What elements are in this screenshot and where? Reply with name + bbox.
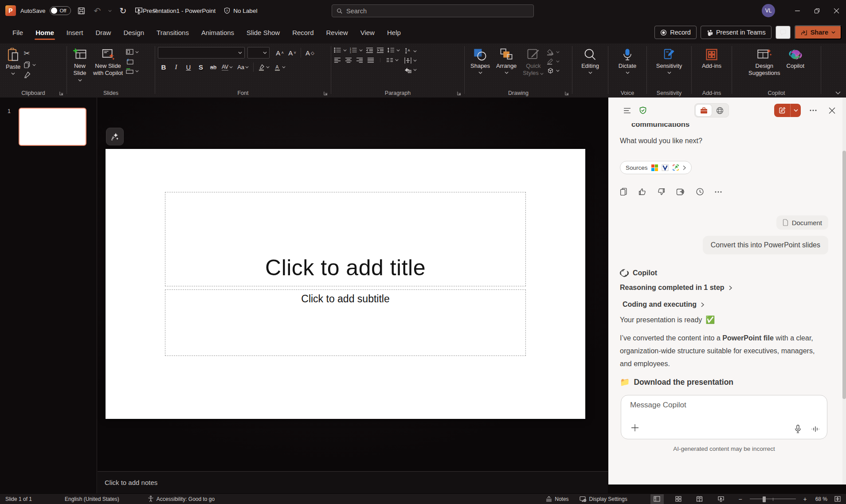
strikethrough-button[interactable]: ab [208, 62, 219, 73]
zoom-slider[interactable] [750, 494, 796, 504]
tab-view[interactable]: View [354, 25, 381, 40]
clipboard-dialog-launcher-icon[interactable] [59, 91, 64, 96]
minimize-button[interactable] [787, 0, 807, 21]
notes-pane[interactable]: Click to add notes [98, 471, 608, 493]
slideshow-view-button[interactable] [714, 494, 728, 504]
editing-button[interactable]: Editing [578, 45, 602, 74]
microphone-icon[interactable] [795, 425, 801, 434]
search-input[interactable] [346, 8, 529, 15]
coding-step-row[interactable]: Coding and executing [623, 301, 828, 309]
notes-toggle[interactable]: Notes [540, 494, 574, 504]
tab-animations[interactable]: Animations [195, 25, 240, 40]
tab-draw[interactable]: Draw [89, 25, 117, 40]
add-attachment-button[interactable] [629, 422, 641, 434]
share-button[interactable]: Share [795, 25, 842, 39]
record-button[interactable]: Record [654, 26, 697, 39]
undo-dropdown-icon[interactable] [107, 5, 113, 16]
decrease-indent-button[interactable] [366, 47, 373, 53]
font-size-combobox[interactable] [247, 47, 270, 59]
undo-icon[interactable]: ↶ [91, 5, 103, 16]
shape-effects-button[interactable] [547, 67, 560, 74]
panel-close-icon[interactable] [826, 104, 838, 117]
copy-response-icon[interactable] [620, 188, 627, 196]
tab-insert[interactable]: Insert [60, 25, 90, 40]
document-attachment-chip[interactable]: Document [776, 215, 828, 230]
avatar[interactable]: VL [762, 4, 775, 17]
designer-sparkle-button[interactable] [106, 128, 124, 145]
hamburger-menu-icon[interactable] [621, 104, 633, 117]
search-bar[interactable] [332, 4, 534, 17]
increase-font-size-button[interactable]: A˄ [274, 47, 286, 59]
tab-slide-show[interactable]: Slide Show [240, 25, 286, 40]
align-center-button[interactable] [345, 57, 352, 63]
slide-canvas[interactable]: Click to add title Click to add subtitle [106, 149, 585, 419]
zoom-slider-thumb[interactable] [763, 496, 766, 502]
shape-fill-button[interactable] [547, 49, 560, 55]
tab-home[interactable]: Home [29, 25, 60, 40]
present-in-teams-button[interactable]: Present in Teams [701, 26, 772, 39]
addins-button[interactable]: Add-ins [699, 45, 725, 70]
paragraph-dialog-launcher-icon[interactable] [457, 91, 462, 96]
slide-counter[interactable]: Slide 1 of 1 [0, 494, 37, 504]
normal-view-button[interactable] [650, 494, 664, 504]
tab-record[interactable]: Record [286, 25, 320, 40]
panel-scrollbar-thumb[interactable] [842, 151, 846, 399]
web-mode-segment[interactable] [712, 105, 728, 116]
tab-help[interactable]: Help [381, 25, 407, 40]
voice-waveform-icon[interactable] [811, 426, 820, 433]
section-button[interactable] [126, 68, 139, 74]
history-icon[interactable] [696, 188, 704, 196]
collapse-ribbon-icon[interactable] [835, 91, 841, 95]
tab-review[interactable]: Review [320, 25, 354, 40]
convert-to-smartart-button[interactable] [404, 66, 417, 73]
font-dialog-launcher-icon[interactable] [323, 91, 328, 96]
dictate-button[interactable]: Dictate [615, 45, 639, 74]
zoom-percentage[interactable]: 68 % [812, 494, 831, 504]
close-button[interactable] [826, 0, 846, 21]
slide-layout-button[interactable] [126, 49, 139, 55]
font-name-combobox[interactable] [158, 47, 245, 59]
language-status[interactable]: English (United States) [59, 494, 125, 504]
comments-button[interactable] [776, 26, 791, 39]
share-response-icon[interactable] [676, 188, 685, 196]
new-chat-compose-icon[interactable] [774, 104, 790, 117]
reset-slide-button[interactable] [126, 58, 139, 65]
align-right-button[interactable] [356, 57, 363, 63]
change-case-button[interactable]: Aa [235, 62, 251, 73]
tab-file[interactable]: File [6, 25, 29, 40]
slide-thumbnail-1[interactable] [19, 108, 86, 146]
redo-icon[interactable]: ↻ [117, 5, 129, 16]
bullets-button[interactable] [334, 47, 347, 53]
slide-sorter-view-button[interactable] [672, 494, 685, 504]
reasoning-step-row[interactable]: Reasoning completed in 1 step [620, 284, 828, 292]
fit-slide-to-window-button[interactable] [831, 494, 844, 504]
bold-button[interactable]: B [158, 62, 169, 73]
reading-view-button[interactable] [693, 494, 706, 504]
sources-pill[interactable]: Sources [620, 161, 692, 174]
text-shadow-button[interactable]: S [195, 62, 207, 73]
character-spacing-button[interactable]: AV [220, 62, 235, 73]
text-highlight-button[interactable] [256, 62, 271, 73]
numbering-button[interactable]: 123 [350, 47, 363, 53]
copilot-input-box[interactable] [621, 395, 827, 439]
panel-scrollbar[interactable] [842, 98, 846, 484]
panel-more-options-icon[interactable] [807, 104, 819, 117]
copilot-message-input[interactable] [630, 401, 818, 418]
decrease-font-size-button[interactable]: A˅ [286, 47, 298, 59]
more-actions-icon[interactable] [715, 191, 722, 193]
sensitivity-label-badge[interactable]: ? No Label [223, 7, 257, 14]
restore-button[interactable] [807, 0, 826, 21]
title-placeholder[interactable]: Click to add title [165, 192, 526, 286]
align-left-button[interactable] [334, 57, 341, 63]
shape-outline-button[interactable] [547, 58, 560, 65]
underline-button[interactable]: U [183, 62, 194, 73]
clear-formatting-button[interactable]: A◇ [304, 47, 316, 59]
thumbs-up-icon[interactable] [638, 188, 646, 196]
sensitivity-button[interactable]: Sensitivity [653, 45, 685, 74]
cut-button[interactable]: ✂ [24, 49, 36, 58]
columns-button[interactable] [386, 57, 399, 63]
zoom-out-button[interactable]: − [734, 494, 747, 504]
new-chat-button[interactable] [774, 104, 801, 117]
italic-button[interactable]: I [170, 62, 182, 73]
zoom-in-button[interactable]: + [799, 494, 812, 504]
